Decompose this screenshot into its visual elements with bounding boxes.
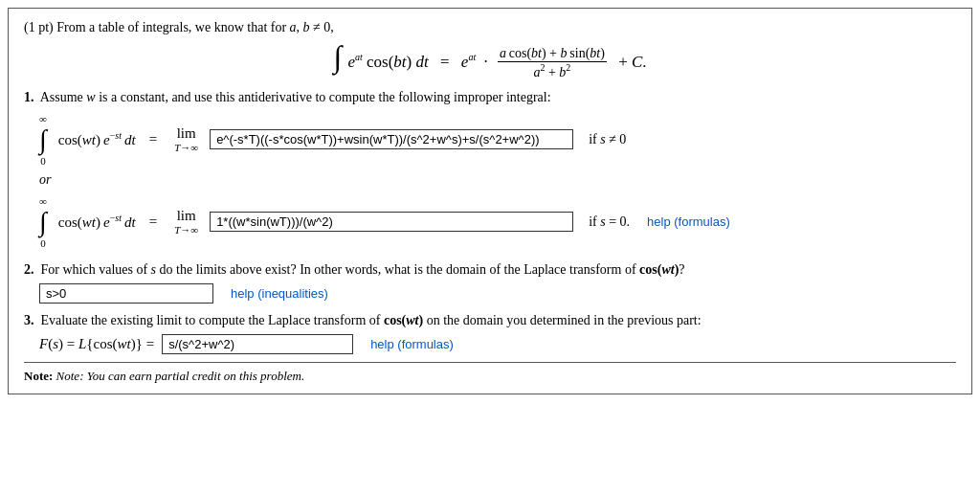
q2-input[interactable]: [39, 283, 213, 304]
note-text: Note: You can earn partial credit on thi…: [56, 369, 305, 383]
q2-section: 2. For which values of s do the limits a…: [24, 262, 956, 304]
q1b-help-link[interactable]: help (formulas): [647, 214, 730, 229]
lim-block-1a: lim T→∞: [174, 125, 198, 153]
q1b-condition: if s = 0.: [589, 214, 630, 230]
frac-denominator: a2 + b2: [531, 62, 572, 80]
q1a-condition: if s ≠ 0: [589, 132, 626, 147]
q2-help-link[interactable]: help (inequalities): [231, 286, 328, 301]
q2-answer-row: help (inequalities): [39, 283, 956, 304]
table-formula: ∫ eat cos(bt) dt = eat · a cos(bt) + b s…: [24, 41, 956, 80]
q2-label: 2. For which values of s do the limits a…: [24, 262, 956, 278]
frac-numerator: a cos(bt) + b sin(bt): [498, 46, 607, 62]
q3-input[interactable]: [162, 334, 353, 354]
q1b-input[interactable]: [210, 212, 573, 232]
q1a-input[interactable]: [210, 129, 573, 149]
problem-container: (1 pt) From a table of integrals, we kno…: [8, 8, 972, 394]
q3-help-link[interactable]: help (formulas): [370, 337, 454, 351]
q3-section: 3. Evaluate the existing limit to comput…: [24, 313, 956, 354]
note-bar: Note: Note: You can earn partial credit …: [24, 362, 956, 384]
q3-label: 3. Evaluate the existing limit to comput…: [24, 313, 956, 328]
q1-label: 1. Assume w is a constant, and use this …: [24, 90, 956, 105]
intro-text: (1 pt) From a table of integrals, we kno…: [24, 20, 956, 35]
or-text: or: [39, 172, 956, 188]
q3-lhs: F(s) = L{cos(wt)} =: [39, 336, 154, 352]
lim-block-1b: lim T→∞: [174, 208, 198, 236]
q1b-row: ∞ ∫ 0 cos(wt) e−st dt = lim T→∞ if s = 0…: [39, 195, 956, 249]
q1a-row: ∞ ∫ 0 cos(wt) e−st dt = lim T→∞ if s ≠ 0: [39, 113, 956, 167]
q3-answer-row: F(s) = L{cos(wt)} = help (formulas): [39, 334, 956, 354]
